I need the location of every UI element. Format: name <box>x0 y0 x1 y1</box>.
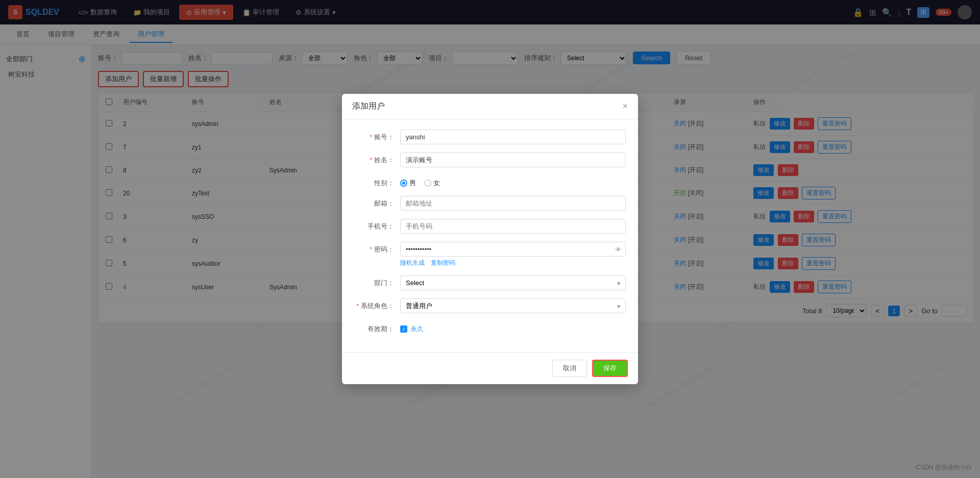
form-row-name: 姓名： <box>354 153 626 167</box>
form-row-gender: 性别： 男 女 <box>354 175 626 188</box>
forever-checkbox[interactable] <box>400 325 407 333</box>
name-label: 姓名： <box>354 153 400 165</box>
role-control: 普通用户 <box>400 298 626 313</box>
dept-select[interactable]: Select <box>400 275 626 290</box>
account-input[interactable] <box>400 130 626 144</box>
gender-female-option[interactable]: 女 <box>424 179 440 188</box>
form-row-dept: 部门： Select <box>354 275 626 290</box>
role-select-wrapper: 普通用户 <box>400 298 626 313</box>
form-row-role: 系统角色： 普通用户 <box>354 298 626 313</box>
account-control <box>400 130 626 144</box>
pwd-actions: 随机生成 复制密码 <box>400 259 626 267</box>
form-row-email: 邮箱： <box>354 196 626 211</box>
role-select[interactable]: 普通用户 <box>400 298 626 313</box>
password-control: 👁 随机生成 复制密码 <box>400 242 626 267</box>
modal-header: 添加用户 × <box>342 94 638 119</box>
phone-label: 手机号： <box>354 219 400 231</box>
gender-label: 性别： <box>354 175 400 188</box>
account-label: 账号： <box>354 130 400 142</box>
expire-label: 有效期： <box>354 321 400 334</box>
gender-male-label: 男 <box>409 179 416 188</box>
cancel-button[interactable]: 取消 <box>552 360 587 377</box>
modal-overlay[interactable]: 添加用户 × 账号： 姓名： 性别： <box>0 0 980 478</box>
gender-control: 男 女 <box>400 175 626 188</box>
modal-footer: 取消 保存 <box>342 352 638 384</box>
name-control <box>400 153 626 167</box>
gender-male-radio[interactable] <box>400 180 407 187</box>
email-label: 邮箱： <box>354 196 400 208</box>
expire-control: 永久 <box>400 321 626 334</box>
gender-radio-group: 男 女 <box>400 175 626 188</box>
form-row-account: 账号： <box>354 130 626 144</box>
random-generate-link[interactable]: 随机生成 <box>400 259 425 267</box>
forever-label: 永久 <box>410 324 424 334</box>
gender-male-option[interactable]: 男 <box>400 179 416 188</box>
dept-control: Select <box>400 275 626 290</box>
add-user-modal: 添加用户 × 账号： 姓名： 性别： <box>342 94 638 384</box>
role-label: 系统角色： <box>354 298 400 311</box>
expire-checkbox-row: 永久 <box>400 321 626 334</box>
modal-title: 添加用户 <box>352 101 385 112</box>
phone-control <box>400 219 626 234</box>
eye-icon[interactable]: 👁 <box>615 245 622 253</box>
copy-password-link[interactable]: 复制密码 <box>431 259 455 267</box>
name-input[interactable] <box>400 153 626 167</box>
password-label: 密码： <box>354 242 400 254</box>
dept-select-wrapper: Select <box>400 275 626 290</box>
password-wrapper: 👁 <box>400 242 626 257</box>
email-control <box>400 196 626 211</box>
form-row-phone: 手机号： <box>354 219 626 234</box>
save-button[interactable]: 保存 <box>592 360 628 377</box>
modal-close-button[interactable]: × <box>622 101 628 112</box>
gender-female-label: 女 <box>433 179 440 188</box>
form-row-expire: 有效期： 永久 <box>354 321 626 334</box>
dept-label: 部门： <box>354 275 400 288</box>
email-input[interactable] <box>400 196 626 211</box>
password-input[interactable] <box>400 242 626 257</box>
modal-body: 账号： 姓名： 性别： 男 <box>342 119 638 352</box>
phone-input[interactable] <box>400 219 626 234</box>
gender-female-radio[interactable] <box>424 180 431 187</box>
form-row-password: 密码： 👁 随机生成 复制密码 <box>354 242 626 267</box>
